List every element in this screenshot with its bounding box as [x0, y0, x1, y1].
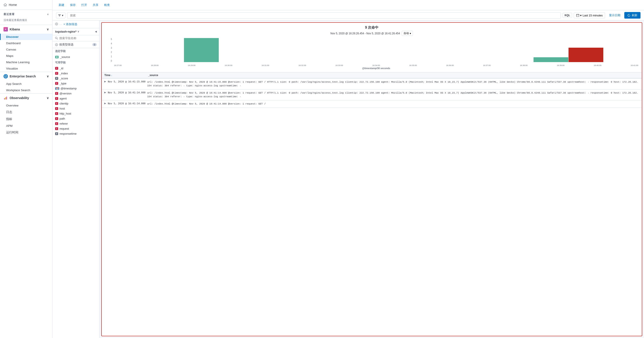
field-referer[interactable]: t referer — [52, 121, 99, 126]
field-type-cal-icon: 📅 — [55, 87, 59, 90]
sidebar-item-maps[interactable]: Maps — [0, 53, 52, 59]
kibana-group-header[interactable]: K Kibana ∨ — [0, 25, 52, 34]
svg-point-0 — [4, 75, 7, 78]
field-http-host[interactable]: t http_host — [52, 111, 99, 116]
field-type-t-icon: t — [55, 112, 58, 115]
type-filter-button[interactable]: 按类型筛选 0 — [52, 41, 99, 48]
kql-badge[interactable]: KQL — [562, 13, 572, 18]
field-host[interactable]: t host — [52, 106, 99, 111]
observability-chevron-icon: ∨ — [46, 96, 49, 100]
field-type-t-icon: t — [55, 97, 58, 100]
sidebar-item-apm[interactable]: APM — [0, 123, 52, 129]
row-expand-icon[interactable]: ▶ — [104, 102, 106, 106]
field-search-icon — [55, 37, 58, 39]
histogram-chart: 5 4 3 2 1 0 16:27:00 16:28:00 16:29:00 1… — [105, 38, 638, 66]
row-source-data: url: /index.html @timestamp: Nov 5, 2020… — [147, 91, 639, 98]
table-row[interactable]: ▶ Nov 5, 2020 @ 16:41:15.000 url: /index… — [102, 78, 642, 89]
home-label: Home — [9, 3, 17, 6]
field-type-t-icon: t — [55, 67, 58, 70]
field-path[interactable]: t path — [52, 116, 99, 121]
share-button[interactable]: 共享 — [90, 2, 101, 8]
add-filter-button[interactable]: + 添加筛选 — [64, 22, 77, 26]
selected-fields-label: 选定字段 — [52, 48, 99, 54]
field-timestamp[interactable]: 📅 @timestamp — [52, 86, 99, 91]
chart-time-range: Nov 5, 2020 @ 16:26:26.454 - Nov 5, 2020… — [105, 31, 638, 36]
sidebar-item-visualize[interactable]: Visualize — [0, 65, 52, 72]
auto-interval-button[interactable]: 自动 ▾ — [402, 31, 413, 36]
observability-label: Observability — [10, 96, 29, 100]
histogram-bars — [114, 38, 638, 62]
open-button[interactable]: 打开 — [79, 2, 90, 8]
refresh-button[interactable]: 刷新 — [624, 12, 640, 18]
y-axis: 5 4 3 2 1 0 — [105, 38, 113, 62]
kibana-chevron-icon: ∨ — [46, 27, 49, 31]
show-dates-button[interactable]: 显示日期 — [607, 12, 622, 18]
field-index[interactable]: t _index — [52, 71, 99, 76]
observability-group-header[interactable]: Observability ∨ — [0, 94, 52, 102]
field-type-hash-icon: # — [55, 132, 58, 135]
table-row[interactable]: ▶ Nov 5, 2020 @ 16:41:14.000 url: /index… — [102, 100, 642, 108]
row-source-data: url: /index.html @timestamp: Nov 5, 2020… — [147, 80, 639, 87]
sidebar: Home 最近查看 ∨ 没有最近查看的项目 K Kibana ∨ Discove… — [0, 0, 52, 338]
sidebar-item-logs[interactable]: 日志 — [0, 109, 52, 116]
field-type-t-icon: t — [55, 127, 58, 130]
sidebar-item-uptime[interactable]: 运行时间 — [0, 129, 52, 136]
field-request[interactable]: t request — [52, 126, 99, 131]
field-id[interactable]: t _id — [52, 66, 99, 71]
content-area: — + 添加筛选 logstash-nginx* ∨ ◀ — [52, 20, 644, 338]
save-button[interactable]: 保存 — [68, 2, 78, 8]
field-clientip[interactable]: t clientip — [52, 101, 99, 106]
chart-axis-label: @timestamp/30 seconds — [114, 67, 638, 69]
kibana-group-label: Kibana — [10, 27, 20, 31]
histogram-bar[interactable] — [184, 38, 219, 62]
histogram-bar[interactable] — [568, 48, 603, 62]
new-button[interactable]: 新建 — [56, 2, 67, 8]
svg-point-14 — [55, 37, 57, 39]
sidebar-item-app-search[interactable]: App Search — [0, 81, 52, 87]
field-agent[interactable]: t agent — [52, 96, 99, 101]
calendar-icon — [576, 14, 579, 17]
histogram-bar[interactable] — [534, 57, 568, 62]
index-pattern-selector[interactable]: logstash-nginx* ∨ ◀ — [52, 28, 99, 35]
search-input[interactable] — [67, 12, 561, 18]
refresh-icon — [628, 14, 630, 17]
time-column-header[interactable]: Time ↓ — [104, 74, 148, 77]
sidebar-item-workplace-search[interactable]: Workplace Search — [0, 87, 52, 93]
field-version[interactable]: t @version — [52, 91, 99, 96]
field-responsetime[interactable]: # responsetime — [52, 131, 99, 136]
enterprise-search-group: Enterprise Search ∨ App Search Workplace… — [0, 72, 52, 93]
left-field-panel: — + 添加筛选 logstash-nginx* ∨ ◀ — [52, 20, 100, 338]
filter-settings-icon[interactable] — [55, 22, 58, 26]
sidebar-item-overview[interactable]: Overview — [0, 102, 52, 109]
recent-section-header[interactable]: 最近查看 ∨ — [0, 10, 52, 17]
table-row[interactable]: ▶ Nov 5, 2020 @ 16:41:14.000 url: /index… — [102, 89, 642, 100]
row-expand-icon[interactable]: ▶ — [104, 91, 106, 98]
time-picker-button[interactable]: ▾ Last 15 minutes — [574, 12, 605, 18]
field-search-input[interactable] — [59, 36, 97, 40]
enterprise-search-label: Enterprise Search — [10, 74, 36, 78]
collapse-button[interactable]: ◀ — [95, 30, 97, 33]
search-type-button[interactable]: ▾ — [56, 12, 66, 18]
enterprise-search-logo-icon — [4, 74, 8, 78]
sidebar-item-machine-learning[interactable]: Machine Learning — [0, 59, 52, 65]
main-content: 新建 保存 打开 共享 检查 ▾ KQL ▾ Last 15 minutes — [52, 0, 644, 338]
available-fields-label: 可用字段 — [52, 59, 99, 66]
kibana-group: K Kibana ∨ Discover Dashboard Canvas Map… — [0, 25, 52, 72]
sidebar-item-metrics[interactable]: 指标 — [0, 116, 52, 123]
field-score[interactable]: # _score — [52, 76, 99, 81]
kibana-logo-icon: K — [4, 27, 8, 31]
time-range-label: Last 15 minutes — [582, 14, 603, 17]
sidebar-item-discover[interactable]: Discover — [0, 34, 52, 40]
sidebar-item-canvas[interactable]: Canvas — [0, 46, 52, 53]
svg-rect-2 — [5, 97, 6, 99]
enterprise-search-group-header[interactable]: Enterprise Search ∨ — [0, 72, 52, 81]
home-nav-item[interactable]: Home — [0, 0, 52, 10]
results-table: Time ↓ _source ▶ Nov 5, 2020 @ 16:41:15.… — [102, 72, 642, 336]
inspect-button[interactable]: 检查 — [102, 2, 112, 8]
field-type-t-icon: t — [55, 72, 58, 75]
svg-rect-4 — [58, 14, 61, 15]
selected-field-source[interactable]: ⊕ _source — [52, 54, 99, 59]
field-type-field[interactable]: t _type — [52, 81, 99, 86]
sidebar-item-dashboard[interactable]: Dashboard — [0, 40, 52, 46]
row-expand-icon[interactable]: ▶ — [104, 80, 106, 87]
